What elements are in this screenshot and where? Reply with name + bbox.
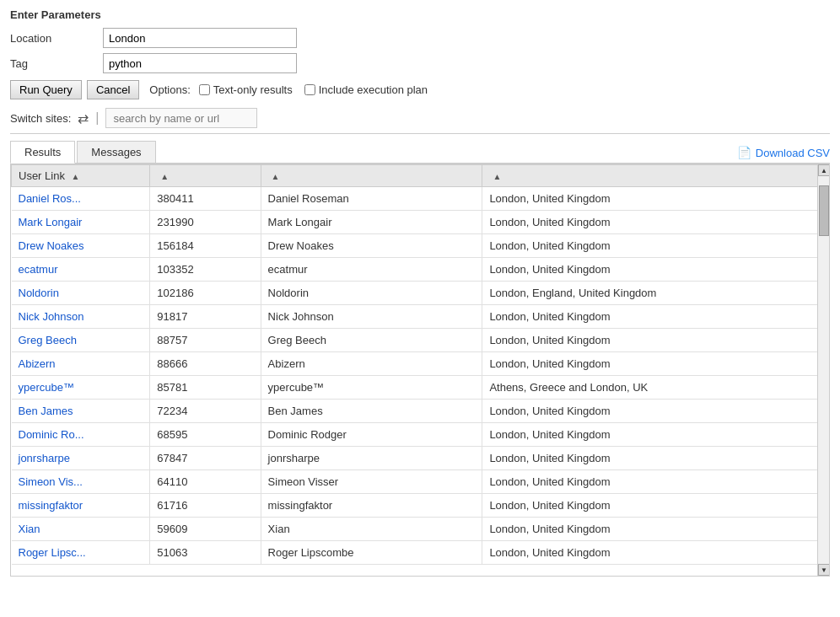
col-header-name[interactable]: ▲ <box>261 165 482 187</box>
cell-name: Abizern <box>261 352 482 376</box>
sort-arrow-name: ▲ <box>272 172 280 181</box>
user-link-anchor[interactable]: Mark Longair <box>19 216 83 228</box>
tabs-container: Results Messages <box>10 141 158 163</box>
cell-num: 64110 <box>150 470 261 494</box>
options-label: Options: <box>149 83 190 96</box>
table-body: Daniel Ros...380411Daniel RosemanLondon,… <box>12 187 829 565</box>
tag-label: Tag <box>10 57 103 70</box>
cell-userlink[interactable]: Roger Lipsc... <box>12 541 150 565</box>
user-link-anchor[interactable]: ypercube™ <box>19 381 74 394</box>
cancel-button[interactable]: Cancel <box>87 80 139 99</box>
cell-name: Mark Longair <box>261 211 482 234</box>
cell-location: London, United Kingdom <box>482 305 829 329</box>
cell-num: 68595 <box>150 423 261 447</box>
cell-num: 67847 <box>150 447 261 470</box>
cell-userlink[interactable]: Simeon Vis... <box>12 470 150 494</box>
cell-name: Xian <box>261 518 482 541</box>
cell-location: London, United Kingdom <box>482 258 829 282</box>
download-csv-button[interactable]: 📄 Download CSV <box>737 146 830 163</box>
user-link-anchor[interactable]: Xian <box>19 523 40 535</box>
cell-location: Athens, Greece and London, UK <box>482 376 829 400</box>
cell-num: 72234 <box>150 400 261 423</box>
cell-userlink[interactable]: jonrsharpe <box>12 447 150 470</box>
cell-userlink[interactable]: Ben James <box>12 400 150 423</box>
cell-userlink[interactable]: Abizern <box>12 352 150 376</box>
user-link-anchor[interactable]: Dominic Ro... <box>19 428 84 441</box>
cell-name: missingfaktor <box>261 494 482 518</box>
cell-userlink[interactable]: Noldorin <box>12 282 150 305</box>
cell-userlink[interactable]: ypercube™ <box>12 376 150 400</box>
scroll-down-button[interactable]: ▼ <box>818 564 830 576</box>
cell-location: London, United Kingdom <box>482 470 829 494</box>
cell-userlink[interactable]: Greg Beech <box>12 329 150 352</box>
col-header-userlink[interactable]: User Link ▲ <box>12 165 150 187</box>
cell-location: London, United Kingdom <box>482 400 829 423</box>
scroll-thumb[interactable] <box>819 185 829 236</box>
col-header-location[interactable]: ▲ <box>482 165 829 187</box>
cell-userlink[interactable]: Dominic Ro... <box>12 423 150 447</box>
cell-userlink[interactable]: Nick Johnson <box>12 305 150 329</box>
cell-name: Noldorin <box>261 282 482 305</box>
cell-userlink[interactable]: ecatmur <box>12 258 150 282</box>
cell-userlink[interactable]: Daniel Ros... <box>12 187 150 211</box>
table-row: Noldorin102186NoldorinLondon, England, U… <box>12 282 829 305</box>
user-link-anchor[interactable]: Nick Johnson <box>19 310 84 323</box>
tab-messages[interactable]: Messages <box>77 141 155 163</box>
cell-num: 59609 <box>150 518 261 541</box>
divider: | <box>95 110 99 126</box>
results-table-wrapper: User Link ▲ ▲ ▲ ▲ Daniel Ros...380411Dan… <box>10 164 830 577</box>
cell-num: 380411 <box>150 187 261 211</box>
user-link-anchor[interactable]: missingfaktor <box>19 499 83 512</box>
cell-name: Simeon Visser <box>261 470 482 494</box>
user-link-anchor[interactable]: Greg Beech <box>19 334 77 346</box>
table-row: Ben James72234Ben JamesLondon, United Ki… <box>12 400 829 423</box>
cell-num: 156184 <box>150 234 261 258</box>
table-row: Xian59609XianLondon, United Kingdom <box>12 518 829 541</box>
table-row: Dominic Ro...68595Dominic RodgerLondon, … <box>12 423 829 447</box>
table-row: Abizern88666AbizernLondon, United Kingdo… <box>12 352 829 376</box>
download-icon: 📄 <box>737 146 751 159</box>
cell-location: London, United Kingdom <box>482 447 829 470</box>
table-row: missingfaktor61716missingfaktorLondon, U… <box>12 494 829 518</box>
cell-num: 91817 <box>150 305 261 329</box>
scroll-up-button[interactable]: ▲ <box>818 164 830 176</box>
user-link-anchor[interactable]: Simeon Vis... <box>19 475 83 488</box>
user-link-anchor[interactable]: Drew Noakes <box>19 239 84 252</box>
cell-name: Daniel Roseman <box>261 187 482 211</box>
table-row: Daniel Ros...380411Daniel RosemanLondon,… <box>12 187 829 211</box>
transfer-icon[interactable]: ⇄ <box>78 110 89 126</box>
cell-name: Greg Beech <box>261 329 482 352</box>
cell-name: jonrsharpe <box>261 447 482 470</box>
table-header-row: User Link ▲ ▲ ▲ ▲ <box>12 165 829 187</box>
cell-userlink[interactable]: Xian <box>12 518 150 541</box>
user-link-anchor[interactable]: Ben James <box>19 405 73 417</box>
cell-userlink[interactable]: Drew Noakes <box>12 234 150 258</box>
text-only-checkbox[interactable] <box>199 84 210 95</box>
text-only-option[interactable]: Text-only results <box>199 83 293 96</box>
include-plan-option[interactable]: Include execution plan <box>304 83 428 96</box>
location-row: Location <box>10 28 830 48</box>
user-link-anchor[interactable]: ecatmur <box>19 263 58 276</box>
cell-userlink[interactable]: Mark Longair <box>12 211 150 234</box>
tabs-row: Results Messages 📄 Download CSV <box>10 141 830 164</box>
include-plan-checkbox[interactable] <box>304 84 315 95</box>
run-query-button[interactable]: Run Query <box>10 80 82 99</box>
download-csv-label: Download CSV <box>756 147 830 159</box>
user-link-anchor[interactable]: Roger Lipsc... <box>19 546 86 559</box>
tab-results[interactable]: Results <box>10 141 75 164</box>
user-link-anchor[interactable]: Noldorin <box>19 287 59 299</box>
user-link-anchor[interactable]: Daniel Ros... <box>19 192 81 205</box>
table-row: Simeon Vis...64110Simeon VisserLondon, U… <box>12 470 829 494</box>
user-link-anchor[interactable]: Abizern <box>19 357 56 370</box>
cell-userlink[interactable]: missingfaktor <box>12 494 150 518</box>
scrollbar[interactable]: ▲ ▼ <box>817 164 829 576</box>
table-row: Greg Beech88757Greg BeechLondon, United … <box>12 329 829 352</box>
sites-search-input[interactable] <box>105 108 257 128</box>
tag-input[interactable] <box>103 53 297 73</box>
cell-num: 88666 <box>150 352 261 376</box>
col-header-num[interactable]: ▲ <box>150 165 261 187</box>
cell-location: London, United Kingdom <box>482 234 829 258</box>
user-link-anchor[interactable]: jonrsharpe <box>19 452 70 464</box>
cell-name: Roger Lipscombe <box>261 541 482 565</box>
location-input[interactable] <box>103 28 297 48</box>
